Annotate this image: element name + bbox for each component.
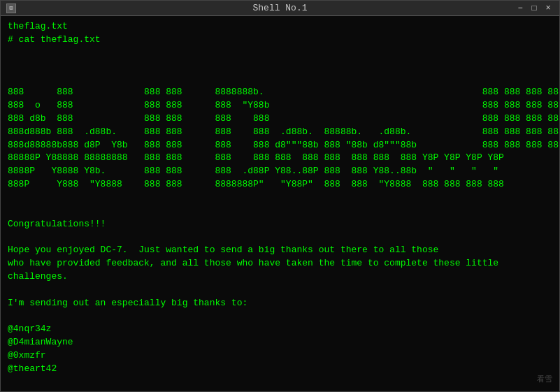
window-title: Shell No.1 <box>0 3 560 13</box>
watermark: 看雪 <box>537 374 552 384</box>
terminal-body[interactable]: theflag.txt # cat theflag.txt 888 888 88… <box>1 16 559 391</box>
minimize-button[interactable]: − <box>515 3 526 13</box>
terminal-window: ⊞ Shell No.1 − □ × theflag.txt # cat the… <box>0 0 560 392</box>
maximize-button[interactable]: □ <box>529 3 540 13</box>
terminal-output: theflag.txt # cat theflag.txt 888 888 88… <box>8 20 552 391</box>
titlebar: ⊞ Shell No.1 − □ × <box>1 1 559 16</box>
close-button[interactable]: × <box>543 3 554 13</box>
window-controls: − □ × <box>515 3 554 13</box>
